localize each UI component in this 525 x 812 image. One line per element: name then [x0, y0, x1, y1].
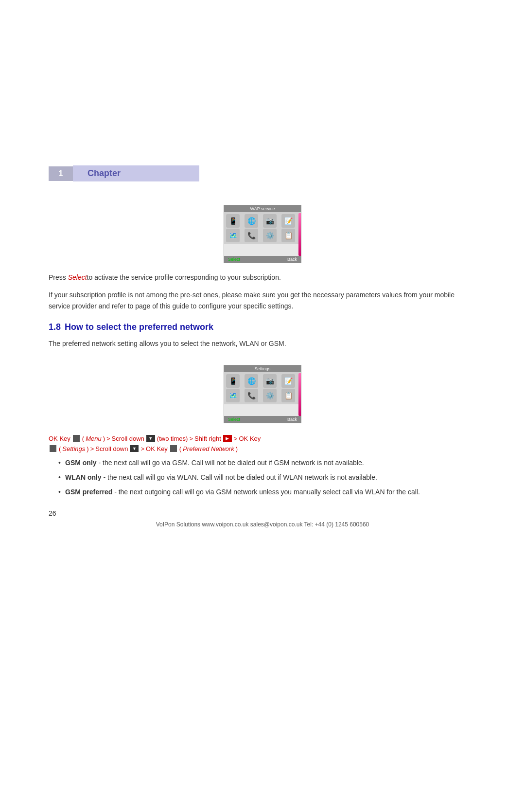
wap-title-bar: WAP service [224, 205, 301, 212]
gt4: > [90, 445, 94, 452]
chapter-header: 1 Chapter [49, 165, 476, 181]
preferred-intro: The preferred network setting allows you… [49, 338, 476, 349]
settings-icons-grid: 📱 🌐 📷 📝 🗺️ 📞 ⚙️ 📋 [224, 372, 301, 404]
settings-screenshot-container: Settings 📱 🌐 📷 📝 🗺️ 📞 ⚙️ 📋 Select Back [49, 356, 476, 432]
wap-screenshot-container: WAP service 📱 🌐 📷 📝 🗺️ 📞 ⚙️ 📋 Select Bac… [49, 196, 476, 272]
settings-back-btn: Back [287, 417, 297, 422]
settings-paren-close: ) [87, 445, 88, 452]
settings-pink-bar [298, 373, 301, 416]
ok-key-icon-3 [170, 445, 177, 452]
section-number: 1.8 [49, 322, 61, 332]
gsm-only-text: - the next call will go via GSM. Call wi… [98, 459, 364, 467]
gsm-preferred-bold: GSM preferred [65, 488, 112, 496]
s-icon-cell-4: 📝 [281, 374, 295, 388]
icon-cell-1: 📱 [226, 214, 240, 228]
wap-icons-grid: 📱 🌐 📷 📝 🗺️ 📞 ⚙️ 📋 [224, 212, 301, 244]
settings-select-btn: Select [228, 417, 240, 422]
gt3: > [234, 435, 238, 442]
gt5: > [140, 445, 144, 452]
bullet-list: GSM only - the next call will go via GSM… [58, 457, 476, 498]
preferred-paren-open: ( [179, 445, 181, 452]
page-number: 26 [49, 509, 476, 517]
chapter-number: 1 [49, 166, 73, 181]
pink-scroll-bar [298, 213, 301, 256]
s-icon-cell-2: 🌐 [245, 374, 258, 388]
press-select-rest: to activate the service profile correspo… [87, 273, 281, 281]
ok-key-icon-2 [50, 445, 56, 452]
press-select-link: Select [68, 273, 87, 281]
s-icon-cell-5: 🗺️ [226, 389, 240, 402]
settings-paren-open: ( [59, 445, 61, 452]
page-container: 1 Chapter WAP service 📱 🌐 📷 📝 🗺️ 📞 ⚙️ 📋 … [0, 0, 525, 812]
ok-key-label-2: OK Key [239, 435, 261, 442]
section-title: How to select the preferred network [65, 322, 213, 332]
preferred-network-label: Preferred Network [183, 445, 234, 452]
icon-cell-2: 🌐 [245, 214, 258, 228]
wap-back-btn: Back [287, 257, 297, 262]
ok-key-label-1: OK Key [49, 435, 70, 442]
s-icon-cell-6: 📞 [245, 389, 258, 402]
icon-cell-7: ⚙️ [263, 229, 277, 242]
ok-key-icon-1 [73, 435, 80, 442]
settings-title-bar: Settings [224, 365, 301, 372]
instruction-row-1: OK Key (Menu) > Scroll down ▼ (two times… [49, 435, 476, 442]
wap-screenshot: WAP service 📱 🌐 📷 📝 🗺️ 📞 ⚙️ 📋 Select Bac… [224, 205, 301, 263]
menu-paren-open: ( [82, 435, 84, 442]
s-icon-cell-3: 📷 [263, 374, 277, 388]
subscription-para: If your subscription profile is not amon… [49, 289, 476, 311]
shift-right-label: Shift right [194, 435, 221, 442]
two-times: (two times) [157, 435, 188, 442]
icon-cell-3: 📷 [263, 214, 277, 228]
icon-cell-8: 📋 [281, 229, 295, 242]
bullet-item-2: WLAN only - the next call will go via WL… [58, 472, 476, 483]
press-select-para: Press Selectto activate the service prof… [49, 272, 476, 283]
s-icon-cell-1: 📱 [226, 374, 240, 388]
s-icon-cell-7: ⚙️ [263, 389, 277, 402]
chapter-label: Chapter [73, 165, 199, 181]
gt2: > [189, 435, 193, 442]
instruction-row-2: (Settings) > Scroll down ▼ > OK Key (Pre… [49, 445, 476, 452]
bullet-item-1: GSM only - the next call will go via GSM… [58, 457, 476, 468]
settings-screenshot: Settings 📱 🌐 📷 📝 🗺️ 📞 ⚙️ 📋 Select Back [224, 365, 301, 423]
scroll-down-icon-1: ▼ [146, 435, 155, 442]
shift-right-icon: ▶ [223, 435, 232, 442]
gsm-only-bold: GSM only [65, 459, 97, 467]
scroll-down-2: Scroll down [95, 445, 128, 452]
settings-bottom-bar: Select Back [224, 416, 301, 423]
gt1: > [106, 435, 110, 442]
wap-select-btn: Select [228, 257, 240, 262]
preferred-paren-close: ) [236, 445, 238, 452]
bullet-item-3: GSM preferred - the next outgoing call w… [58, 487, 476, 497]
wap-bottom-bar: Select Back [224, 256, 301, 263]
scroll-down-icon-2: ▼ [130, 445, 139, 452]
page-footer: VoIPon Solutions www.voipon.co.uk sales@… [49, 521, 476, 528]
menu-paren-close: ) [103, 435, 105, 442]
settings-label: Settings [62, 445, 85, 452]
wlan-only-text: - the next call will go via WLAN. Call w… [104, 473, 377, 481]
ok-key-label-3: OK Key [146, 445, 168, 452]
icon-cell-4: 📝 [281, 214, 295, 228]
icon-cell-6: 📞 [245, 229, 258, 242]
scroll-down-1: Scroll down [112, 435, 144, 442]
press-select-prefix: Press [49, 273, 68, 281]
section-heading: 1.8How to select the preferred network [49, 322, 476, 333]
s-icon-cell-8: 📋 [281, 389, 295, 402]
icon-cell-5: 🗺️ [226, 229, 240, 242]
menu-label: Menu [86, 435, 102, 442]
gsm-preferred-text: - the next outgoing call will go via GSM… [114, 488, 420, 496]
wlan-only-bold: WLAN only [65, 473, 102, 481]
